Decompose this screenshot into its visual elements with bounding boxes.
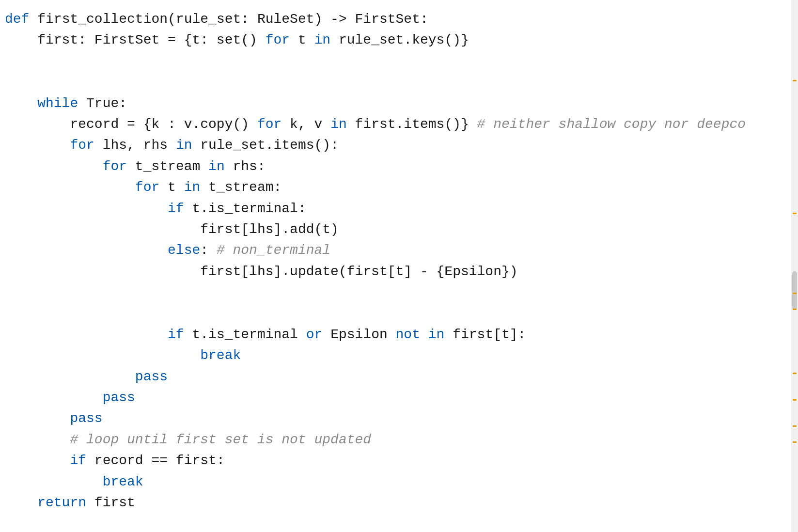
code-line: def first_collection(rule_set: RuleSet) …: [0, 9, 798, 30]
code-token: [5, 345, 200, 366]
code-line: [0, 51, 798, 72]
code-line: if t.is_terminal:: [0, 198, 798, 219]
code-line: else: # non_terminal: [0, 240, 798, 261]
code-token: in: [176, 135, 192, 156]
code-token: if: [70, 450, 86, 471]
code-line: for t_stream in rhs:: [0, 156, 798, 177]
code-token: first[t]:: [444, 324, 526, 345]
code-line: pass: [0, 408, 798, 429]
code-token: first: FirstSet = {t: set(): [5, 30, 266, 50]
code-token: t: [159, 177, 184, 198]
code-token: [5, 156, 103, 177]
code-token: [5, 135, 70, 156]
code-line: pass: [0, 387, 798, 408]
code-line: # loop until first set is not updated: [0, 429, 798, 450]
code-token: for: [257, 114, 282, 135]
code-line: while True:: [0, 93, 798, 114]
code-token: [5, 408, 70, 429]
code-editor: def first_collection(rule_set: RuleSet) …: [0, 0, 798, 532]
code-line: if t.is_terminal or Epsilon not in first…: [0, 324, 798, 345]
code-line: break: [0, 471, 798, 492]
code-token: not in: [396, 324, 445, 345]
code-token: True:: [86, 93, 127, 114]
code-token: [5, 366, 135, 387]
code-token: rhs:: [225, 156, 266, 177]
code-token: while: [5, 93, 86, 114]
code-line: [0, 303, 798, 324]
code-token: break: [103, 471, 143, 492]
code-token: # neither shallow copy nor deepco: [477, 114, 746, 135]
code-line: [0, 282, 798, 303]
code-token: for: [70, 135, 94, 156]
vertical-scrollbar[interactable]: [791, 0, 798, 532]
code-token: return: [5, 492, 86, 513]
code-line: return first: [0, 492, 798, 513]
code-token: break: [200, 345, 241, 366]
code-token: :: [200, 240, 217, 261]
code-line: pass: [0, 366, 798, 387]
code-token: pass: [135, 366, 168, 387]
code-token: if: [168, 198, 184, 219]
code-token: if: [168, 324, 184, 345]
code-token: [5, 471, 103, 492]
code-line: break: [0, 345, 798, 366]
code-token: Epsilon: [322, 324, 395, 345]
code-token: in: [184, 177, 201, 198]
code-token: else: [168, 240, 200, 261]
code-token: t_stream:: [200, 177, 282, 198]
code-token: first.items()}: [347, 114, 477, 135]
code-content: def first_collection(rule_set: RuleSet) …: [0, 9, 798, 513]
code-token: pass: [70, 408, 102, 429]
code-token: t.is_terminal: [184, 324, 306, 345]
code-token: in: [330, 114, 347, 135]
code-token: in: [208, 156, 225, 177]
code-line: for lhs, rhs in rule_set.items():: [0, 135, 798, 156]
code-token: [5, 198, 168, 219]
code-token: record == first:: [86, 450, 225, 471]
code-line: first[lhs].add(t): [0, 219, 798, 240]
code-token: [5, 177, 135, 198]
code-token: rule_set.items():: [192, 135, 338, 156]
code-line: record = {k : v.copy() for k, v in first…: [0, 114, 798, 135]
code-token: [5, 387, 103, 408]
code-token: # non_terminal: [217, 240, 330, 261]
code-token: first_collection(rule_set: RuleSet) -> F…: [37, 9, 428, 30]
code-line: if record == first:: [0, 450, 798, 471]
code-token: or: [306, 324, 323, 345]
code-token: pass: [103, 387, 135, 408]
code-line: first[lhs].update(first[t] - {Epsilon}): [0, 261, 798, 282]
code-token: [5, 324, 168, 345]
code-token: for: [135, 177, 159, 198]
code-token: t.is_terminal:: [184, 198, 306, 219]
code-token: t_stream: [127, 156, 208, 177]
code-line: for t in t_stream:: [0, 177, 798, 198]
code-token: first[lhs].add(t): [5, 219, 339, 240]
code-token: [5, 240, 168, 261]
code-line: first: FirstSet = {t: set() for t in rul…: [0, 30, 798, 50]
code-token: first[lhs].update(first[t] - {Epsilon}): [5, 261, 518, 282]
code-token: record = {k : v.copy(): [5, 114, 257, 135]
code-token: for: [103, 156, 127, 177]
code-token: k, v: [282, 114, 330, 135]
code-token: rule_set.keys()}: [330, 30, 469, 50]
code-token: [5, 450, 70, 471]
code-token: in: [314, 30, 331, 50]
code-token: for: [266, 30, 290, 50]
code-token: lhs, rhs: [94, 135, 176, 156]
code-token: def: [5, 9, 37, 30]
scrollbar-thumb[interactable]: [792, 271, 797, 310]
code-line: [0, 72, 798, 93]
code-token: t: [290, 30, 314, 50]
code-token: first: [86, 492, 135, 513]
code-token: # loop until first set is not updated: [5, 429, 371, 450]
